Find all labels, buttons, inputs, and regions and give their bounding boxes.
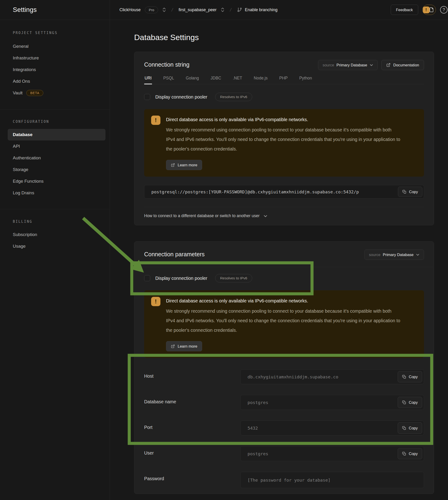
enable-branching-label: Enable branching — [245, 7, 278, 12]
port-field-row: Port 5432 Copy — [144, 420, 424, 435]
sidebar-item-database[interactable]: Database — [8, 129, 106, 140]
page-title: Database Settings — [134, 33, 448, 42]
copy-host-button[interactable]: Copy — [398, 371, 422, 382]
sidebar-item-general[interactable]: General — [8, 41, 106, 52]
project-selector-icon[interactable] — [221, 7, 224, 12]
pooler-toggle-row: Display connection pooler Resolves to IP… — [144, 93, 424, 101]
sidebar-item-integrations[interactable]: Integrations — [8, 64, 106, 75]
pooler-label: Display connection pooler — [155, 276, 207, 281]
expander-label: How to connect to a different database o… — [144, 213, 260, 218]
copy-uri-button[interactable]: Copy — [398, 187, 422, 197]
sidebar-item-storage[interactable]: Storage — [8, 164, 106, 175]
header-actions: Feedback ! ? — [391, 5, 448, 15]
feedback-button[interactable]: Feedback — [391, 5, 418, 15]
copy-label: Copy — [409, 375, 418, 379]
source-select-label: source — [369, 252, 381, 257]
sidebar-item-add-ons[interactable]: Add Ons — [8, 75, 106, 87]
documentation-label: Documentation — [393, 63, 419, 67]
sidebar-item-api[interactable]: API — [8, 140, 106, 152]
host-field[interactable]: db.cxhygiuitamxhniiddjm.supabase.co Copy — [240, 369, 424, 384]
section-heading-billing: BILLING — [13, 219, 110, 224]
port-label: Port — [144, 420, 240, 435]
database-name-field-row: Database name postgres Copy — [144, 395, 424, 410]
org-selector-icon[interactable] — [162, 7, 166, 12]
sidebar-item-usage[interactable]: Usage — [8, 240, 106, 252]
sidebar-header: Settings — [0, 0, 110, 19]
copy-label: Copy — [409, 400, 418, 405]
connection-parameters-card: Connection parameters source Primary Dat… — [134, 241, 434, 494]
enable-branching-button[interactable]: Enable branching — [237, 7, 278, 12]
sidebar-item-log-drains[interactable]: Log Drains — [8, 187, 106, 199]
breadcrumb-org[interactable]: ClickHouse — [119, 7, 141, 12]
tab-nodejs[interactable]: Node.js — [253, 76, 268, 84]
pooler-toggle-row: Display connection pooler Resolves to IP… — [144, 274, 424, 282]
git-branch-icon — [237, 7, 242, 12]
sidebar-section-configuration: CONFIGURATION Database API Authenticatio… — [0, 110, 110, 199]
breadcrumb-separator: / — [228, 7, 233, 13]
user-field-row: User postgres Copy — [144, 446, 424, 461]
warning-body: We strongly recommend using connection p… — [166, 306, 401, 335]
source-select-value: Primary Database — [383, 252, 414, 257]
database-name-value: postgres — [248, 400, 268, 405]
warning-icon: ! — [151, 297, 160, 306]
password-label: Password — [144, 472, 240, 488]
learn-more-label: Learn more — [178, 163, 197, 167]
help-icon[interactable]: ? — [440, 6, 448, 14]
section-heading-project-settings: PROJECT SETTINGS — [13, 31, 110, 35]
database-name-field[interactable]: postgres Copy — [240, 395, 424, 410]
copy-icon — [402, 426, 406, 430]
warning-title: Direct database access is only available… — [166, 115, 401, 122]
copy-icon — [402, 190, 407, 194]
connect-help-expander[interactable]: How to connect to a different database o… — [144, 207, 424, 225]
connection-uri-value: postgresql://postgres:[YOUR-PASSWORD]@db… — [151, 189, 359, 194]
sidebar-item-vault[interactable]: Vault BETA — [8, 87, 106, 99]
warning-body: We strongly recommend using connection p… — [166, 125, 401, 154]
database-name-label: Database name — [144, 395, 240, 410]
password-field-row: Password [The password for your database… — [144, 472, 424, 488]
connection-string-header: Connection string source Primary Databas… — [134, 52, 434, 84]
copy-label: Copy — [409, 190, 418, 194]
connection-uri-field[interactable]: postgresql://postgres:[YOUR-PASSWORD]@db… — [144, 185, 424, 199]
notifications-button[interactable]: ! — [422, 5, 436, 15]
breadcrumb-project[interactable]: first_supabase_peer — [179, 7, 217, 12]
display-connection-pooler-checkbox[interactable] — [144, 275, 150, 281]
sidebar-item-edge-functions[interactable]: Edge Functions — [8, 175, 106, 187]
display-connection-pooler-checkbox[interactable] — [144, 94, 150, 100]
port-field[interactable]: 5432 Copy — [240, 420, 424, 435]
tab-python[interactable]: Python — [299, 76, 312, 84]
sidebar-item-authentication[interactable]: Authentication — [8, 152, 106, 164]
learn-more-button[interactable]: Learn more — [166, 341, 202, 351]
changelog-doc-icon — [429, 7, 434, 12]
main-content: Database Settings Connection string sour… — [110, 20, 448, 500]
port-value: 5432 — [248, 426, 258, 431]
source-select[interactable]: source Primary Database — [364, 250, 424, 260]
documentation-button[interactable]: Documentation — [381, 60, 424, 70]
user-field[interactable]: postgres Copy — [240, 446, 424, 461]
tab-golang[interactable]: Golang — [185, 76, 199, 84]
learn-more-label: Learn more — [178, 344, 197, 349]
copy-user-button[interactable]: Copy — [398, 448, 422, 459]
host-value: db.cxhygiuitamxhniiddjm.supabase.co — [248, 374, 338, 379]
page-header-title: Settings — [13, 6, 37, 14]
tab-psql[interactable]: PSQL — [163, 76, 175, 84]
connection-string-tabs: URI PSQL Golang JDBC .NET Node.js PHP Py… — [144, 76, 424, 84]
sidebar-item-infrastructure[interactable]: Infrastructure — [8, 52, 106, 64]
tab-php[interactable]: PHP — [279, 76, 288, 84]
learn-more-button[interactable]: Learn more — [166, 160, 202, 170]
sidebar-section-project-settings: PROJECT SETTINGS General Infrastructure … — [0, 20, 110, 99]
tab-jdbc[interactable]: JDBC — [210, 76, 222, 84]
sidebar-item-label: Vault — [13, 90, 23, 96]
copy-port-button[interactable]: Copy — [398, 422, 422, 433]
tab-uri[interactable]: URI — [144, 76, 152, 84]
host-field-row: Host db.cxhygiuitamxhniiddjm.supabase.co… — [144, 369, 424, 384]
plan-badge: Pro — [145, 6, 158, 13]
copy-icon — [402, 451, 406, 456]
copy-database-name-button[interactable]: Copy — [398, 397, 422, 408]
password-field[interactable]: [The password for your database] — [240, 472, 424, 488]
breadcrumb: ClickHouse Pro / first_supabase_peer / E… — [110, 6, 391, 13]
copy-icon — [402, 375, 406, 379]
tab-dotnet[interactable]: .NET — [232, 76, 243, 84]
sidebar-item-subscription[interactable]: Subscription — [8, 229, 106, 240]
source-select[interactable]: source Primary Database — [318, 60, 378, 70]
warning-badge-icon: ! — [423, 6, 430, 13]
